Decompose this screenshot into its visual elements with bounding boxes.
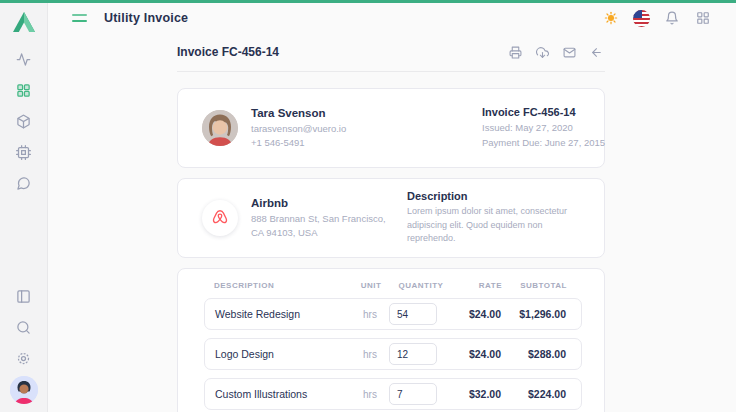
sidebar-item-panels[interactable] <box>8 281 40 312</box>
apps-menu-button[interactable] <box>694 9 712 27</box>
menu-toggle-icon[interactable] <box>72 14 87 22</box>
customer-phone: +1 546-5491 <box>251 136 346 150</box>
sidebar-item-settings[interactable] <box>8 343 40 374</box>
invoice-meta-number: Invoice FC-456-14 <box>482 106 600 118</box>
page-title: Utility Invoice <box>104 11 188 25</box>
invoice-page: Invoice FC-456-14 <box>177 33 605 412</box>
col-header-subtotal: SUBTOTAL <box>502 281 567 290</box>
customer-avatar <box>202 110 238 146</box>
chat-icon <box>16 176 31 191</box>
panel-layout-icon <box>16 289 31 304</box>
triangle-logo-icon <box>11 9 37 35</box>
item-subtotal: $288.00 <box>501 348 566 360</box>
customer-email: tarasvenson@vuero.io <box>251 122 346 136</box>
table-row: Custom Illustrations hrs $32.00 $224.00 <box>204 378 582 410</box>
description-text: Lorem ipsum dolor sit amet, consectetur … <box>407 205 584 246</box>
user-avatar-illustration <box>10 376 38 404</box>
dashboard-grid-icon <box>16 83 31 98</box>
item-rate: $24.00 <box>451 308 501 320</box>
quantity-input[interactable] <box>389 343 437 365</box>
print-button[interactable] <box>508 45 522 59</box>
cloud-download-icon <box>536 46 549 59</box>
item-subtotal: $1,296.00 <box>501 308 566 320</box>
customer-avatar-photo <box>202 110 238 146</box>
item-unit: hrs <box>351 349 389 360</box>
sidebar-item-search[interactable] <box>8 312 40 343</box>
description-heading: Description <box>407 190 584 202</box>
line-items-panel: DESCRIPTION UNIT QUANTITY RATE SUBTOTAL … <box>177 268 605 412</box>
sidebar-item-dashboard[interactable] <box>8 75 40 106</box>
activity-icon <box>16 52 31 67</box>
download-button[interactable] <box>535 45 549 59</box>
col-header-rate: RATE <box>452 281 502 290</box>
airbnb-logo-icon <box>210 208 230 228</box>
item-description: Website Redesign <box>215 308 351 320</box>
invoice-actions <box>508 45 605 59</box>
search-icon <box>16 320 31 335</box>
package-icon <box>16 114 31 129</box>
col-header-quantity: QUANTITY <box>390 281 452 290</box>
app-logo[interactable] <box>11 10 37 34</box>
go-back-button[interactable] <box>589 45 603 59</box>
customer-info: Tara Svenson tarasvenson@vuero.io +1 546… <box>251 107 346 150</box>
bell-icon <box>665 11 679 25</box>
invoice-subheader: Invoice FC-456-14 <box>177 33 605 72</box>
apps-grid-icon <box>696 11 710 25</box>
item-description: Custom Illustrations <box>215 388 351 400</box>
sidebar <box>0 0 48 412</box>
company-info: Airbnb 888 Brannan St, San Francisco, CA… <box>251 197 386 240</box>
header-actions <box>602 9 712 27</box>
invoice-due-date: Payment Due: June 27, 2015 <box>482 136 600 150</box>
item-description: Logo Design <box>215 348 351 360</box>
customer-name: Tara Svenson <box>251 107 346 119</box>
gear-icon <box>16 351 31 366</box>
invoice-issued-date: Issued: May 27, 2020 <box>482 121 600 135</box>
description-block: Description Lorem ipsum dolor sit amet, … <box>407 190 604 246</box>
item-unit: hrs <box>351 389 389 400</box>
theme-toggle[interactable] <box>602 9 620 27</box>
us-flag-icon[interactable] <box>633 10 650 27</box>
printer-icon <box>509 46 522 59</box>
table-header: DESCRIPTION UNIT QUANTITY RATE SUBTOTAL <box>178 281 604 290</box>
accent-top-bar <box>0 0 736 3</box>
col-header-description: DESCRIPTION <box>214 281 352 290</box>
quantity-input[interactable] <box>389 303 437 325</box>
quantity-input[interactable] <box>389 383 437 405</box>
cpu-icon <box>16 145 31 160</box>
top-header: Utility Invoice <box>48 3 736 33</box>
back-arrow-icon <box>590 46 603 59</box>
user-avatar[interactable] <box>10 376 38 404</box>
sun-icon <box>604 11 618 25</box>
invoice-meta: Invoice FC-456-14 Issued: May 27, 2020 P… <box>482 106 604 150</box>
company-card: Airbnb 888 Brannan St, San Francisco, CA… <box>177 178 605 258</box>
company-address-line2: CA 94103, USA <box>251 226 386 240</box>
table-row: Logo Design hrs $24.00 $288.00 <box>204 338 582 370</box>
sidebar-item-activity[interactable] <box>8 44 40 75</box>
company-name: Airbnb <box>251 197 386 209</box>
col-header-unit: UNIT <box>352 281 390 290</box>
sidebar-bottom-group <box>8 281 40 412</box>
sidebar-item-messages[interactable] <box>8 168 40 199</box>
send-mail-button[interactable] <box>562 45 576 59</box>
item-unit: hrs <box>351 309 389 320</box>
item-rate: $24.00 <box>451 348 501 360</box>
customer-card: Tara Svenson tarasvenson@vuero.io +1 546… <box>177 88 605 168</box>
sidebar-item-components[interactable] <box>8 137 40 168</box>
table-row: Website Redesign hrs $24.00 $1,296.00 <box>204 298 582 330</box>
notifications-button[interactable] <box>663 9 681 27</box>
item-subtotal: $224.00 <box>501 388 566 400</box>
sidebar-item-packages[interactable] <box>8 106 40 137</box>
invoice-number-title: Invoice FC-456-14 <box>177 45 279 59</box>
company-logo-badge <box>202 200 238 236</box>
company-address-line1: 888 Brannan St, San Francisco, <box>251 212 386 226</box>
item-rate: $32.00 <box>451 388 501 400</box>
mail-icon <box>563 46 576 59</box>
